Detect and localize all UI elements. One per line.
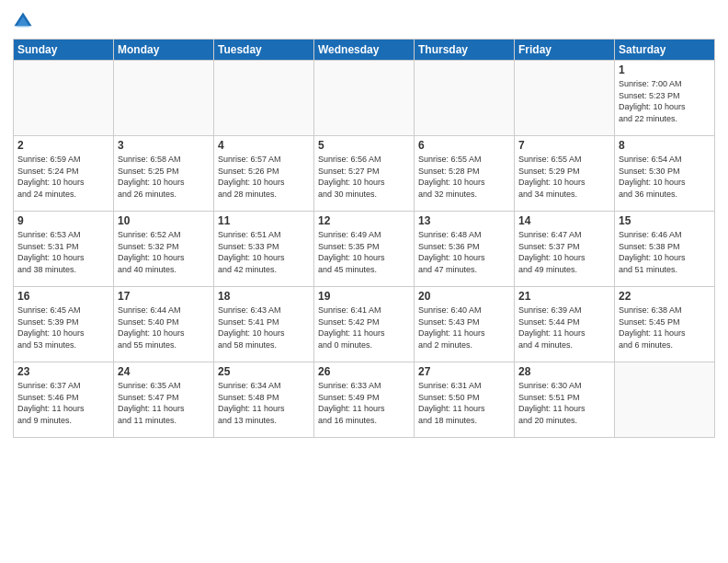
calendar-week-4: 16Sunrise: 6:45 AM Sunset: 5:39 PM Dayli… bbox=[14, 287, 715, 362]
calendar-cell: 28Sunrise: 6:30 AM Sunset: 5:51 PM Dayli… bbox=[515, 362, 615, 438]
calendar-cell: 3Sunrise: 6:58 AM Sunset: 5:25 PM Daylig… bbox=[114, 136, 214, 212]
calendar-cell: 4Sunrise: 6:57 AM Sunset: 5:26 PM Daylig… bbox=[214, 136, 314, 212]
day-number: 17 bbox=[118, 290, 210, 303]
calendar-cell bbox=[415, 61, 515, 136]
calendar-cell bbox=[615, 362, 715, 438]
calendar-cell: 17Sunrise: 6:44 AM Sunset: 5:40 PM Dayli… bbox=[114, 287, 214, 362]
calendar-cell: 15Sunrise: 6:46 AM Sunset: 5:38 PM Dayli… bbox=[615, 212, 715, 287]
calendar-cell: 16Sunrise: 6:45 AM Sunset: 5:39 PM Dayli… bbox=[14, 287, 114, 362]
calendar-cell: 6Sunrise: 6:55 AM Sunset: 5:28 PM Daylig… bbox=[415, 136, 515, 212]
day-number: 22 bbox=[619, 290, 711, 303]
calendar-table: SundayMondayTuesdayWednesdayThursdayFrid… bbox=[13, 39, 715, 438]
day-number: 16 bbox=[17, 290, 109, 303]
calendar-cell: 20Sunrise: 6:40 AM Sunset: 5:43 PM Dayli… bbox=[415, 287, 515, 362]
calendar-week-3: 9Sunrise: 6:53 AM Sunset: 5:31 PM Daylig… bbox=[14, 212, 715, 287]
day-info: Sunrise: 7:00 AM Sunset: 5:23 PM Dayligh… bbox=[619, 78, 711, 124]
calendar-cell: 24Sunrise: 6:35 AM Sunset: 5:47 PM Dayli… bbox=[114, 362, 214, 438]
calendar-header-friday: Friday bbox=[515, 40, 615, 61]
day-number: 19 bbox=[318, 290, 410, 303]
day-info: Sunrise: 6:47 AM Sunset: 5:37 PM Dayligh… bbox=[518, 229, 610, 275]
calendar-cell bbox=[14, 61, 114, 136]
header bbox=[13, 11, 715, 31]
day-info: Sunrise: 6:59 AM Sunset: 5:24 PM Dayligh… bbox=[17, 154, 109, 200]
day-info: Sunrise: 6:57 AM Sunset: 5:26 PM Dayligh… bbox=[218, 154, 310, 200]
day-number: 4 bbox=[218, 139, 310, 152]
day-info: Sunrise: 6:49 AM Sunset: 5:35 PM Dayligh… bbox=[318, 229, 410, 275]
calendar-cell: 8Sunrise: 6:54 AM Sunset: 5:30 PM Daylig… bbox=[615, 136, 715, 212]
calendar-cell: 22Sunrise: 6:38 AM Sunset: 5:45 PM Dayli… bbox=[615, 287, 715, 362]
day-number: 6 bbox=[418, 139, 510, 152]
calendar-cell: 23Sunrise: 6:37 AM Sunset: 5:46 PM Dayli… bbox=[14, 362, 114, 438]
calendar-cell bbox=[214, 61, 314, 136]
calendar-cell: 10Sunrise: 6:52 AM Sunset: 5:32 PM Dayli… bbox=[114, 212, 214, 287]
day-number: 8 bbox=[619, 139, 711, 152]
logo-icon bbox=[13, 11, 33, 31]
calendar-cell: 9Sunrise: 6:53 AM Sunset: 5:31 PM Daylig… bbox=[14, 212, 114, 287]
calendar-cell bbox=[314, 61, 415, 136]
calendar-cell bbox=[114, 61, 214, 136]
day-number: 9 bbox=[17, 214, 109, 227]
day-number: 7 bbox=[518, 139, 610, 152]
day-info: Sunrise: 6:46 AM Sunset: 5:38 PM Dayligh… bbox=[619, 229, 711, 275]
day-number: 15 bbox=[619, 214, 711, 227]
calendar-cell: 19Sunrise: 6:41 AM Sunset: 5:42 PM Dayli… bbox=[314, 287, 415, 362]
calendar-cell: 7Sunrise: 6:55 AM Sunset: 5:29 PM Daylig… bbox=[515, 136, 615, 212]
day-number: 18 bbox=[218, 290, 310, 303]
day-info: Sunrise: 6:48 AM Sunset: 5:36 PM Dayligh… bbox=[418, 229, 510, 275]
calendar-cell: 14Sunrise: 6:47 AM Sunset: 5:37 PM Dayli… bbox=[515, 212, 615, 287]
day-number: 23 bbox=[17, 365, 109, 378]
day-number: 13 bbox=[418, 214, 510, 227]
calendar-week-1: 1Sunrise: 7:00 AM Sunset: 5:23 PM Daylig… bbox=[14, 61, 715, 136]
day-info: Sunrise: 6:30 AM Sunset: 5:51 PM Dayligh… bbox=[518, 380, 610, 426]
day-info: Sunrise: 6:40 AM Sunset: 5:43 PM Dayligh… bbox=[418, 304, 510, 350]
day-info: Sunrise: 6:35 AM Sunset: 5:47 PM Dayligh… bbox=[118, 380, 210, 426]
day-number: 12 bbox=[318, 214, 410, 227]
day-number: 20 bbox=[418, 290, 510, 303]
calendar-cell: 26Sunrise: 6:33 AM Sunset: 5:49 PM Dayli… bbox=[314, 362, 415, 438]
calendar-cell bbox=[515, 61, 615, 136]
day-info: Sunrise: 6:55 AM Sunset: 5:29 PM Dayligh… bbox=[518, 154, 610, 200]
day-info: Sunrise: 6:55 AM Sunset: 5:28 PM Dayligh… bbox=[418, 154, 510, 200]
day-info: Sunrise: 6:31 AM Sunset: 5:50 PM Dayligh… bbox=[418, 380, 510, 426]
calendar-cell: 1Sunrise: 7:00 AM Sunset: 5:23 PM Daylig… bbox=[615, 61, 715, 136]
calendar-header-saturday: Saturday bbox=[615, 40, 715, 61]
day-info: Sunrise: 6:53 AM Sunset: 5:31 PM Dayligh… bbox=[17, 229, 109, 275]
calendar-week-5: 23Sunrise: 6:37 AM Sunset: 5:46 PM Dayli… bbox=[14, 362, 715, 438]
day-info: Sunrise: 6:52 AM Sunset: 5:32 PM Dayligh… bbox=[118, 229, 210, 275]
logo bbox=[13, 11, 37, 31]
day-info: Sunrise: 6:54 AM Sunset: 5:30 PM Dayligh… bbox=[619, 154, 711, 200]
day-info: Sunrise: 6:45 AM Sunset: 5:39 PM Dayligh… bbox=[17, 304, 109, 350]
day-number: 5 bbox=[318, 139, 410, 152]
day-number: 28 bbox=[518, 365, 610, 378]
day-info: Sunrise: 6:37 AM Sunset: 5:46 PM Dayligh… bbox=[17, 380, 109, 426]
day-number: 25 bbox=[218, 365, 310, 378]
calendar-week-2: 2Sunrise: 6:59 AM Sunset: 5:24 PM Daylig… bbox=[14, 136, 715, 212]
day-info: Sunrise: 6:33 AM Sunset: 5:49 PM Dayligh… bbox=[318, 380, 410, 426]
page: SundayMondayTuesdayWednesdayThursdayFrid… bbox=[0, 0, 728, 563]
calendar-cell: 11Sunrise: 6:51 AM Sunset: 5:33 PM Dayli… bbox=[214, 212, 314, 287]
calendar-cell: 5Sunrise: 6:56 AM Sunset: 5:27 PM Daylig… bbox=[314, 136, 415, 212]
day-info: Sunrise: 6:34 AM Sunset: 5:48 PM Dayligh… bbox=[218, 380, 310, 426]
calendar-header-thursday: Thursday bbox=[415, 40, 515, 61]
calendar-header-row: SundayMondayTuesdayWednesdayThursdayFrid… bbox=[14, 40, 715, 61]
day-number: 3 bbox=[118, 139, 210, 152]
day-info: Sunrise: 6:51 AM Sunset: 5:33 PM Dayligh… bbox=[218, 229, 310, 275]
calendar-cell: 12Sunrise: 6:49 AM Sunset: 5:35 PM Dayli… bbox=[314, 212, 415, 287]
calendar-cell: 21Sunrise: 6:39 AM Sunset: 5:44 PM Dayli… bbox=[515, 287, 615, 362]
day-number: 21 bbox=[518, 290, 610, 303]
day-info: Sunrise: 6:43 AM Sunset: 5:41 PM Dayligh… bbox=[218, 304, 310, 350]
calendar-cell: 13Sunrise: 6:48 AM Sunset: 5:36 PM Dayli… bbox=[415, 212, 515, 287]
calendar-cell: 18Sunrise: 6:43 AM Sunset: 5:41 PM Dayli… bbox=[214, 287, 314, 362]
calendar-cell: 25Sunrise: 6:34 AM Sunset: 5:48 PM Dayli… bbox=[214, 362, 314, 438]
day-number: 10 bbox=[118, 214, 210, 227]
calendar-cell: 2Sunrise: 6:59 AM Sunset: 5:24 PM Daylig… bbox=[14, 136, 114, 212]
day-info: Sunrise: 6:41 AM Sunset: 5:42 PM Dayligh… bbox=[318, 304, 410, 350]
day-number: 14 bbox=[518, 214, 610, 227]
calendar-header-sunday: Sunday bbox=[14, 40, 114, 61]
day-number: 24 bbox=[118, 365, 210, 378]
day-info: Sunrise: 6:44 AM Sunset: 5:40 PM Dayligh… bbox=[118, 304, 210, 350]
day-number: 11 bbox=[218, 214, 310, 227]
day-info: Sunrise: 6:58 AM Sunset: 5:25 PM Dayligh… bbox=[118, 154, 210, 200]
calendar-header-monday: Monday bbox=[114, 40, 214, 61]
day-number: 26 bbox=[318, 365, 410, 378]
